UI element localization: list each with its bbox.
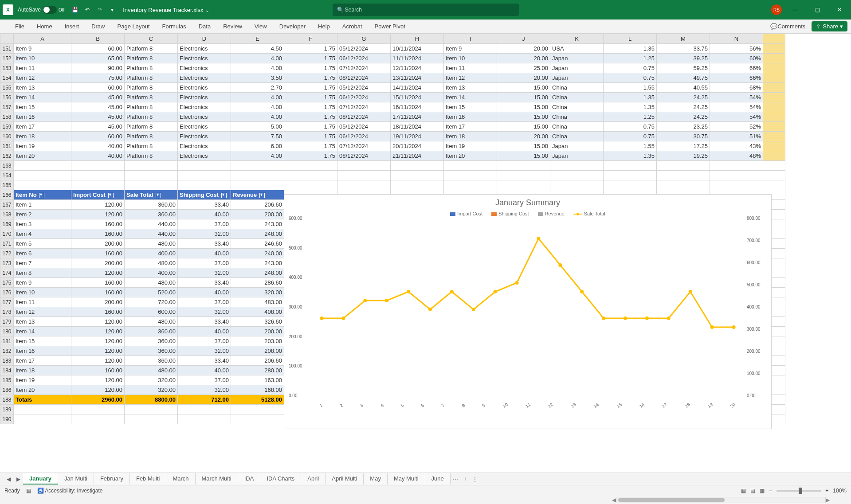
sheet-tab-may[interactable]: May <box>364 473 388 484</box>
summary-header[interactable]: Item No <box>14 190 71 200</box>
cell[interactable]: 56% <box>710 44 763 54</box>
sheet-tab-feb-multi[interactable]: Feb Multi <box>130 473 166 484</box>
minimize-button[interactable]: — <box>786 3 804 17</box>
cell[interactable] <box>763 161 785 171</box>
totals-cell[interactable]: Totals <box>14 395 71 405</box>
cell[interactable] <box>125 180 178 190</box>
cell[interactable]: 05/12/2024 <box>337 83 391 93</box>
cell[interactable]: 65.00 <box>71 54 125 63</box>
qat-dropdown-icon[interactable]: ▾ <box>106 4 118 16</box>
cell[interactable]: 66% <box>710 73 763 83</box>
cell[interactable]: 15.00 <box>497 141 550 151</box>
cell[interactable]: Item 15 <box>14 336 71 346</box>
cell[interactable]: 200.00 <box>71 239 125 249</box>
cell[interactable] <box>497 171 550 180</box>
cell[interactable]: 6.00 <box>231 141 284 151</box>
cell[interactable]: 33.40 <box>178 317 231 327</box>
sheet-add-icon[interactable]: ＋ <box>460 475 470 483</box>
cell[interactable] <box>71 171 125 180</box>
col-header-I[interactable]: I <box>444 34 497 44</box>
cell[interactable]: 4.00 <box>231 151 284 161</box>
row-header[interactable]: 161 <box>0 141 14 151</box>
cell[interactable] <box>763 73 785 83</box>
cell[interactable]: Item 18 <box>14 366 71 375</box>
cell[interactable]: 360.00 <box>125 346 178 356</box>
cell[interactable]: Platform 8 <box>125 141 178 151</box>
cell[interactable] <box>391 161 444 171</box>
cell[interactable]: Japan <box>550 54 604 63</box>
cell[interactable]: 15.00 <box>497 122 550 132</box>
cell[interactable] <box>763 83 785 93</box>
cell[interactable] <box>231 405 284 414</box>
filter-icon[interactable] <box>259 193 265 198</box>
cell[interactable]: Electronics <box>178 73 231 83</box>
cell[interactable]: 200.00 <box>71 258 125 268</box>
cell[interactable] <box>71 161 125 171</box>
cell[interactable]: 20.00 <box>497 132 550 141</box>
cell[interactable]: Item 11 <box>14 297 71 307</box>
cell[interactable]: 160.00 <box>71 278 125 288</box>
cell[interactable]: 1.75 <box>284 93 337 102</box>
cell[interactable]: 32.00 <box>178 385 231 395</box>
cell[interactable]: 25.00 <box>497 63 550 73</box>
cell[interactable] <box>178 180 231 190</box>
cell[interactable]: Item 20 <box>14 151 71 161</box>
cell[interactable]: 400.00 <box>125 249 178 258</box>
row-header[interactable]: 173 <box>0 258 14 268</box>
row-header[interactable]: 175 <box>0 278 14 288</box>
cell[interactable]: 1.35 <box>604 102 657 112</box>
sheet-tab-march[interactable]: March <box>166 473 195 484</box>
row-header[interactable]: 177 <box>0 297 14 307</box>
cell[interactable]: Electronics <box>178 93 231 102</box>
cell[interactable]: Platform 8 <box>125 93 178 102</box>
zoom-level[interactable]: 100% <box>833 488 847 494</box>
cell[interactable] <box>763 54 785 63</box>
cell[interactable]: China <box>550 102 604 112</box>
cell[interactable]: Electronics <box>178 122 231 132</box>
search-input[interactable]: 🔍 Search <box>333 4 519 16</box>
cell[interactable]: Japan <box>550 73 604 83</box>
col-header-G[interactable]: G <box>337 34 391 44</box>
cell[interactable]: 1.35 <box>604 151 657 161</box>
cell[interactable] <box>71 414 125 424</box>
cell[interactable]: Item 4 <box>14 229 71 239</box>
cell[interactable]: 20.00 <box>497 73 550 83</box>
cell[interactable]: 120.00 <box>71 336 125 346</box>
cell[interactable]: Item 15 <box>444 102 497 112</box>
cell[interactable] <box>231 171 284 180</box>
row-header[interactable]: 167 <box>0 200 14 210</box>
cell[interactable] <box>710 171 763 180</box>
totals-cell[interactable]: 2960.00 <box>71 395 125 405</box>
cell[interactable]: 1.75 <box>284 102 337 112</box>
row-header[interactable]: 155 <box>0 83 14 93</box>
cell[interactable]: 07/12/2024 <box>337 63 391 73</box>
col-header-L[interactable]: L <box>604 34 657 44</box>
sheet-tab-may-multi[interactable]: May Multi <box>388 473 425 484</box>
filter-icon[interactable] <box>221 193 227 198</box>
cell[interactable] <box>497 180 550 190</box>
row-header[interactable]: 189 <box>0 405 14 414</box>
cell[interactable]: 120.00 <box>71 346 125 356</box>
cell[interactable]: 408.00 <box>231 307 284 317</box>
cell[interactable] <box>550 180 604 190</box>
ribbon-tab-draw[interactable]: Draw <box>85 20 111 32</box>
cell[interactable]: 08/12/2024 <box>337 151 391 161</box>
cell[interactable]: 32.00 <box>178 346 231 356</box>
cell[interactable]: 18/11/2024 <box>391 122 444 132</box>
cell[interactable]: 480.00 <box>125 278 178 288</box>
cell[interactable]: 1.75 <box>284 132 337 141</box>
row-header[interactable]: 188 <box>0 395 14 405</box>
cell[interactable]: 33.75 <box>657 44 710 54</box>
cell[interactable]: 1.75 <box>284 54 337 63</box>
cell[interactable]: 16/11/2024 <box>391 102 444 112</box>
cell[interactable]: 75.00 <box>71 73 125 83</box>
select-all-corner[interactable] <box>0 34 14 44</box>
cell[interactable] <box>178 171 231 180</box>
cell[interactable]: 120.00 <box>71 327 125 336</box>
cell[interactable]: Platform 8 <box>125 73 178 83</box>
cell[interactable]: Electronics <box>178 132 231 141</box>
cell[interactable] <box>337 180 391 190</box>
cell[interactable] <box>657 161 710 171</box>
cell[interactable]: 240.00 <box>231 249 284 258</box>
cell[interactable]: 1.55 <box>604 141 657 151</box>
